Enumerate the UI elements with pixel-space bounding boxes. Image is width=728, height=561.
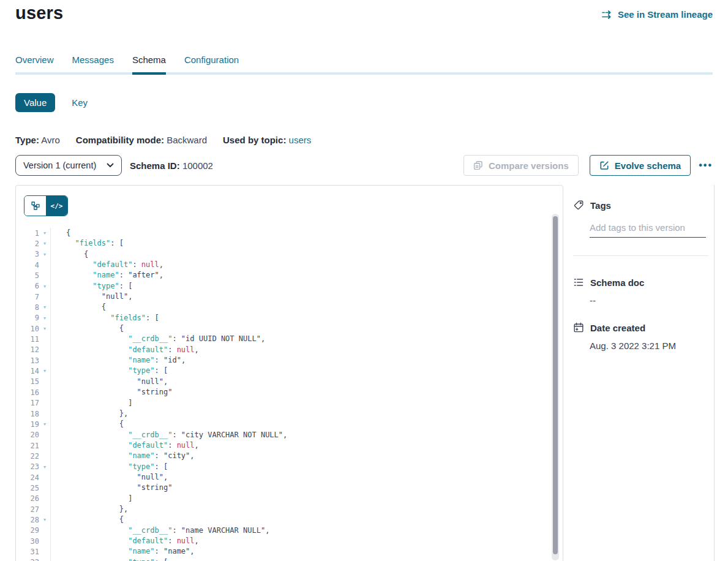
tab-strip: Overview Messages Schema Configuration: [15, 55, 239, 73]
type-pair: Type: Avro: [15, 135, 60, 145]
code-view-button[interactable]: </>: [46, 196, 67, 216]
code-text: "type": [: [50, 366, 563, 376]
code-text: "null",: [50, 292, 563, 302]
line-number: 12: [16, 345, 39, 354]
tab-configuration[interactable]: Configuration: [184, 55, 239, 73]
code-text: "name": "after",: [50, 270, 563, 280]
date-created-title: Date created: [590, 323, 645, 333]
more-options-button[interactable]: •••: [699, 160, 713, 171]
code-line: 5 "name": "after",: [16, 270, 563, 280]
tab-schema[interactable]: Schema: [132, 55, 166, 73]
code-line: 30 "default": null,: [16, 536, 563, 546]
line-number: 14: [16, 367, 39, 375]
fold-arrow-icon[interactable]: ▾: [39, 323, 50, 334]
line-number: 15: [16, 377, 39, 386]
code-line: 19▾ {: [16, 419, 563, 429]
fold-arrow-icon[interactable]: ▾: [39, 249, 50, 260]
line-number: 1: [16, 229, 39, 238]
stream-lineage-label: See in Stream lineage: [618, 9, 713, 20]
line-number: 8: [16, 303, 39, 312]
line-number: 29: [16, 526, 39, 535]
line-number: 27: [16, 505, 39, 514]
tags-input[interactable]: [590, 222, 706, 238]
type-value: Avro: [41, 135, 60, 145]
code-line: 1▾{: [16, 228, 563, 238]
stream-lineage-link[interactable]: See in Stream lineage: [602, 9, 713, 20]
value-key-toggle: Value Key: [15, 93, 88, 112]
version-select[interactable]: Version 1 (current): [15, 155, 122, 176]
value-button[interactable]: Value: [15, 93, 55, 112]
line-number: 20: [16, 431, 39, 439]
compare-versions-button[interactable]: Compare versions: [463, 155, 579, 176]
code-line: 29 "__crdb__": "name VARCHAR NULL",: [16, 525, 563, 536]
fold-arrow-icon[interactable]: ▾: [39, 302, 50, 312]
topic-link[interactable]: users: [289, 135, 312, 145]
schema-info-sidebar: Tags Schema doc -- Date created Aug. 3 2…: [573, 185, 715, 561]
tree-view-button[interactable]: [24, 196, 46, 216]
code-text: "name": "id",: [50, 355, 563, 366]
code-text: {: [50, 323, 563, 334]
line-number: 17: [16, 399, 39, 407]
line-number: 7: [16, 293, 39, 301]
fold-arrow-icon[interactable]: ▾: [39, 514, 50, 525]
used-by-topic-pair: Used by topic: users: [223, 135, 311, 145]
code-line: 13 "name": "id",: [16, 355, 563, 366]
code-text: },: [50, 409, 563, 419]
code-text: "type": [: [50, 281, 563, 292]
version-select-value: Version 1 (current): [23, 160, 96, 170]
code-text: "name": "city",: [50, 451, 563, 461]
schema-id-label: Schema ID:: [130, 160, 180, 171]
fold-arrow-icon[interactable]: ▾: [39, 419, 50, 429]
fold-arrow-icon[interactable]: ▾: [39, 238, 50, 249]
fold-arrow-icon[interactable]: ▾: [39, 313, 50, 323]
tab-messages[interactable]: Messages: [72, 55, 114, 73]
tags-section-header: Tags: [573, 200, 714, 211]
tags-title: Tags: [590, 200, 611, 211]
fold-arrow-icon[interactable]: ▾: [39, 557, 50, 561]
code-line: 14▾ "type": [: [16, 366, 563, 376]
code-line: 12 "default": null,: [16, 345, 563, 355]
line-number: 28: [16, 516, 39, 524]
line-number: 4: [16, 261, 39, 269]
evolve-schema-button[interactable]: Evolve schema: [590, 155, 691, 176]
tab-overview[interactable]: Overview: [15, 55, 54, 73]
code-view-icon: </>: [51, 202, 63, 210]
editor-scrollbar-thumb[interactable]: [553, 216, 558, 554]
line-number: 2: [16, 239, 39, 248]
code-text: "type": [: [50, 462, 563, 472]
code-text: "null",: [50, 377, 563, 387]
used-by-topic-label: Used by topic:: [223, 135, 286, 145]
code-line: 9▾ "fields": [: [16, 313, 563, 323]
code-text: "string": [50, 387, 563, 397]
line-number: 22: [16, 452, 39, 461]
code-line: 26 ]: [16, 494, 563, 504]
date-created-section-header: Date created: [573, 322, 714, 333]
line-number: 10: [16, 325, 39, 333]
line-number: 23: [16, 462, 39, 471]
code-text: {: [50, 228, 563, 238]
fold-arrow-icon[interactable]: ▾: [39, 462, 50, 472]
tag-icon: [573, 200, 584, 211]
code-line: 16 "string": [16, 387, 563, 397]
sidebar-divider: [573, 255, 708, 256]
code-line: 25 "string": [16, 483, 563, 493]
version-toolbar: Version 1 (current) Schema ID: 100002 Co…: [15, 155, 713, 176]
fold-arrow-icon[interactable]: ▾: [39, 281, 50, 292]
calendar-icon: [573, 322, 584, 333]
line-number: 30: [16, 537, 39, 546]
code-line: 8▾ {: [16, 302, 563, 312]
code-text: "name": "name",: [50, 546, 563, 557]
code-text: {: [50, 302, 563, 312]
code-line: 2▾ "fields": [: [16, 238, 563, 249]
schema-meta-row: Type: Avro Compatibility mode: Backward …: [15, 135, 311, 145]
fold-arrow-icon[interactable]: ▾: [39, 228, 50, 238]
fold-arrow-icon[interactable]: ▾: [39, 366, 50, 376]
code-text: "fields": [: [50, 238, 563, 249]
code-text: },: [50, 504, 563, 514]
line-number: 11: [16, 335, 39, 344]
code-text: ]: [50, 398, 563, 409]
line-number: 18: [16, 410, 39, 418]
key-button[interactable]: Key: [72, 97, 88, 108]
code-text: "string": [50, 483, 563, 493]
code-line: 4 "default": null,: [16, 260, 563, 270]
